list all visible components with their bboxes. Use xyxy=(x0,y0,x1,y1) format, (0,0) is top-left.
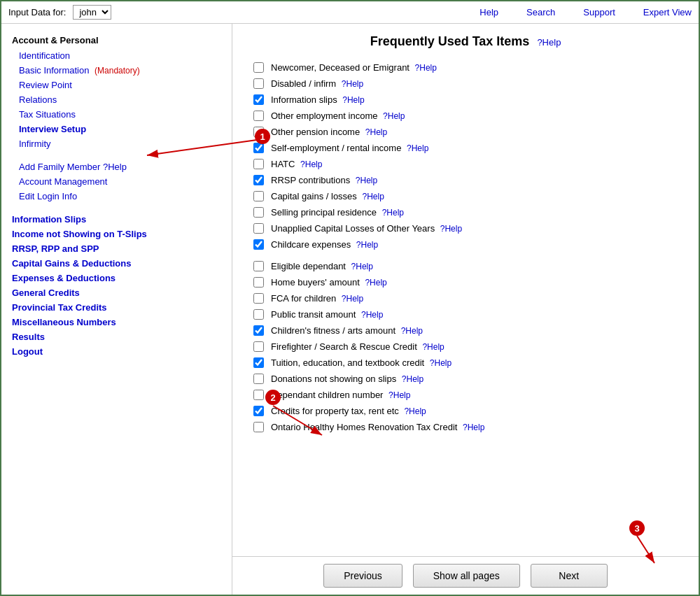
tax-item-hatc: HATC ?Help xyxy=(253,156,678,172)
checkbox-ontariohealthy[interactable] xyxy=(253,422,264,432)
top-bar: Input Data for: john Help Search Support… xyxy=(1,1,699,24)
sidebar-item-interview-setup[interactable]: Interview Setup xyxy=(1,122,232,136)
label-propertytax: Credits for property tax, rent etc ?Help xyxy=(271,406,426,416)
sidebar-information-slips[interactable]: Information Slips xyxy=(1,212,232,227)
checkbox-fca[interactable] xyxy=(253,293,264,304)
checkbox-unapplied[interactable] xyxy=(253,223,264,234)
help-childrensfitness[interactable]: ?Help xyxy=(401,326,423,336)
sidebar-item-identification[interactable]: Identification xyxy=(1,48,232,63)
help-propertytax[interactable]: ?Help xyxy=(404,406,426,416)
label-donations: Donations not showing on slips ?Help xyxy=(271,374,424,384)
tax-item-unapplied: Unapplied Capital Losses of Other Years … xyxy=(253,220,678,236)
sidebar-item-review-point[interactable]: Review Point xyxy=(1,78,232,92)
sidebar-capital-gains[interactable]: Capital Gains & Deductions xyxy=(1,256,232,271)
label-newcomer: Newcomer, Deceased or Emigrant ?Help xyxy=(271,62,437,73)
page-title-text: Frequently Used Tax Items xyxy=(370,34,530,48)
checkbox-newcomer[interactable] xyxy=(253,62,264,73)
expert-view-link[interactable]: Expert View xyxy=(643,7,692,17)
sidebar-general-credits[interactable]: General Credits xyxy=(1,285,232,300)
sidebar-misc-numbers[interactable]: Miscellaneous Numbers xyxy=(1,315,232,329)
help-selfemployment[interactable]: ?Help xyxy=(407,143,428,153)
label-childcare: Childcare expenses ?Help xyxy=(271,239,378,250)
help-link[interactable]: Help xyxy=(479,7,498,17)
tax-item-dependant: Dependant children number ?Help xyxy=(253,387,678,403)
tax-items-list: Newcomer, Deceased or Emigrant ?Help Dis… xyxy=(253,59,678,435)
input-data-label: Input Data for: xyxy=(8,7,66,17)
tax-item-otheremployment: Other employment income ?Help xyxy=(253,108,678,124)
help-capitalgains[interactable]: ?Help xyxy=(362,192,384,201)
checkbox-propertytax[interactable] xyxy=(253,406,264,416)
sidebar-account-management[interactable]: Account Management xyxy=(1,174,232,189)
help-disabled[interactable]: ?Help xyxy=(342,79,363,89)
checkbox-otheremployment[interactable] xyxy=(253,111,264,121)
checkbox-eligible[interactable] xyxy=(253,261,264,271)
sidebar-expenses[interactable]: Expenses & Deductions xyxy=(1,271,232,285)
label-disabled: Disabled / infirm ?Help xyxy=(271,78,363,89)
help-childcare[interactable]: ?Help xyxy=(356,240,378,250)
help-rrsp[interactable]: ?Help xyxy=(356,176,377,185)
checkbox-hatc[interactable] xyxy=(253,159,264,169)
bottom-nav: Previous Show all pages Next xyxy=(232,556,699,595)
sidebar-item-relations[interactable]: Relations xyxy=(1,92,232,107)
checkbox-disabled[interactable] xyxy=(253,78,264,89)
label-childrensfitness: Children's fitness / arts amount ?Help xyxy=(271,325,423,336)
sidebar-rrsp[interactable]: RRSP, RPP and SPP xyxy=(1,241,232,256)
help-hatc[interactable]: ?Help xyxy=(300,159,322,169)
help-publictransit[interactable]: ?Help xyxy=(361,310,383,320)
previous-button[interactable]: Previous xyxy=(323,564,402,588)
sidebar-edit-login[interactable]: Edit Login Info xyxy=(1,189,232,204)
tax-item-infoslips: Information slips ?Help xyxy=(253,92,678,108)
help-eligible[interactable]: ?Help xyxy=(351,262,373,271)
tax-item-publictransit: Public transit amount ?Help xyxy=(253,306,678,322)
checkbox-selfemployment[interactable] xyxy=(253,143,264,153)
checkbox-tuition[interactable] xyxy=(253,357,264,368)
sidebar-item-basic-information[interactable]: Basic Information (Mandatory) xyxy=(1,63,232,78)
checkbox-homebuyers[interactable] xyxy=(253,277,264,288)
help-firefighter[interactable]: ?Help xyxy=(422,342,444,352)
checkbox-capitalgains[interactable] xyxy=(253,191,264,201)
checkbox-firefighter[interactable] xyxy=(253,341,264,352)
help-ontariohealthy[interactable]: ?Help xyxy=(463,423,484,432)
show-all-pages-button[interactable]: Show all pages xyxy=(413,564,520,588)
checkbox-infoslips[interactable] xyxy=(253,94,264,105)
content-scroll: Frequently Used Tax Items ?Help Newcomer… xyxy=(232,24,699,556)
checkbox-otherpension[interactable] xyxy=(253,127,264,137)
sidebar-add-family-member[interactable]: Add Family Member ?Help xyxy=(1,159,232,174)
sidebar-provincial-tax[interactable]: Provincial Tax Credits xyxy=(1,300,232,315)
sidebar-divider-1 xyxy=(1,151,232,159)
help-fca[interactable]: ?Help xyxy=(342,294,363,304)
label-infoslips: Information slips ?Help xyxy=(271,94,365,105)
sidebar-item-infirmity[interactable]: Infirmity xyxy=(1,136,232,151)
next-button[interactable]: Next xyxy=(531,564,608,588)
help-newcomer[interactable]: ?Help xyxy=(415,63,437,73)
checkbox-childrensfitness[interactable] xyxy=(253,325,264,336)
help-otherpension[interactable]: ?Help xyxy=(365,127,387,137)
checkbox-rrsp[interactable] xyxy=(253,175,264,185)
checkbox-publictransit[interactable] xyxy=(253,309,264,320)
help-tuition[interactable]: ?Help xyxy=(430,358,451,368)
help-otheremployment[interactable]: ?Help xyxy=(383,111,405,121)
add-family-help[interactable]: ?Help xyxy=(103,162,127,172)
checkbox-donations[interactable] xyxy=(253,374,264,384)
checkbox-dependant[interactable] xyxy=(253,390,264,400)
sidebar-results[interactable]: Results xyxy=(1,329,232,344)
help-homebuyers[interactable]: ?Help xyxy=(365,278,386,288)
sidebar-item-tax-situations[interactable]: Tax Situations xyxy=(1,107,232,122)
checkbox-childcare[interactable] xyxy=(253,239,264,250)
help-dependant[interactable]: ?Help xyxy=(388,390,410,400)
tax-item-childcare: Childcare expenses ?Help xyxy=(253,236,678,253)
label-dependant: Dependant children number ?Help xyxy=(271,390,410,400)
sidebar-divider-2 xyxy=(1,204,232,212)
help-sellingresidence[interactable]: ?Help xyxy=(382,208,404,218)
user-select[interactable]: john xyxy=(73,5,111,20)
top-nav: Help Search Support Expert View xyxy=(479,7,692,17)
help-unapplied[interactable]: ?Help xyxy=(440,224,462,234)
sidebar-income-not-showing[interactable]: Income not Showing on T-Slips xyxy=(1,227,232,241)
help-donations[interactable]: ?Help xyxy=(402,374,424,384)
search-link[interactable]: Search xyxy=(526,7,555,17)
support-link[interactable]: Support xyxy=(583,7,615,17)
checkbox-sellingresidence[interactable] xyxy=(253,207,264,218)
sidebar-logout[interactable]: Logout xyxy=(1,344,232,359)
help-infoslips[interactable]: ?Help xyxy=(342,95,364,105)
page-title-help[interactable]: ?Help xyxy=(537,37,561,48)
